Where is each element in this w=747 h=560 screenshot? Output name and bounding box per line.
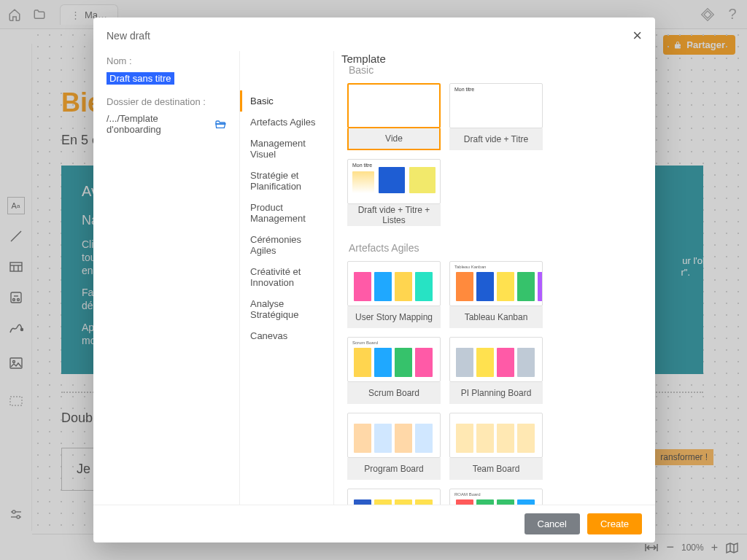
template-caption: Tableau Kanban	[449, 306, 543, 328]
template-caption: Vide	[347, 128, 441, 150]
template-thumbnail: ROAM Board	[449, 489, 543, 505]
name-label: Nom :	[107, 55, 226, 66]
create-button[interactable]: Create	[587, 513, 642, 534]
category-item[interactable]: Stratégie et Planification	[240, 165, 333, 197]
template-caption: User Story Mapping	[347, 306, 441, 328]
template-caption: Team Board	[449, 458, 543, 480]
template-caption: Draft vide + Titre	[449, 128, 543, 150]
template-heading: Template	[341, 52, 386, 65]
category-item[interactable]: Cérémonies Agiles	[240, 229, 333, 261]
template-card[interactable]: Portfolio Kanban	[347, 489, 441, 505]
template-card[interactable]: Scrum BoardScrum Board	[347, 337, 441, 404]
category-item[interactable]: Basic	[240, 90, 333, 112]
draft-name-input[interactable]: Draft sans titre	[107, 72, 174, 85]
template-thumbnail: Mon titre	[449, 83, 543, 128]
template-card[interactable]: Program Board	[347, 413, 441, 480]
modal-left-column: Nom : Draft sans titre Dossier de destin…	[93, 51, 239, 505]
template-thumbnail: Mon titre	[347, 159, 441, 204]
folder-open-icon[interactable]	[214, 119, 226, 129]
template-caption: PI Planning Board	[449, 382, 543, 404]
template-thumbnail	[449, 337, 543, 382]
template-card[interactable]: Mon titreDraft vide + Titre	[449, 83, 543, 150]
template-gallery[interactable]: BasicVideMon titreDraft vide + TitreMon …	[334, 51, 655, 505]
folder-path[interactable]: /.../Template d'onboarding	[107, 113, 210, 135]
category-item[interactable]: Product Management	[240, 197, 333, 229]
template-caption: Scrum Board	[347, 382, 441, 404]
template-card[interactable]: Mon titreDraft vide + Titre + Listes	[347, 159, 441, 226]
category-item[interactable]: Artefacts Agiles	[240, 112, 333, 133]
template-thumbnail	[347, 489, 441, 505]
new-draft-modal: New draft × Template Nom : Draft sans ti…	[93, 18, 655, 542]
template-thumbnail	[347, 261, 441, 306]
modal-title: New draft	[107, 30, 150, 42]
category-item[interactable]: Management Visuel	[240, 133, 333, 165]
template-card[interactable]: PI Planning Board	[449, 337, 543, 404]
template-card[interactable]: Vide	[347, 83, 441, 150]
template-card[interactable]: User Story Mapping	[347, 261, 441, 328]
template-thumbnail	[347, 413, 441, 458]
modal-body: Nom : Draft sans titre Dossier de destin…	[93, 51, 655, 505]
cancel-button[interactable]: Cancel	[525, 513, 580, 534]
category-item[interactable]: Analyse Stratégique	[240, 293, 333, 325]
template-thumbnail	[449, 413, 543, 458]
template-card[interactable]: Team Board	[449, 413, 543, 480]
template-card[interactable]: ROAM BoardROAM Board	[449, 489, 543, 505]
category-item[interactable]: Canevas	[240, 325, 333, 346]
category-column: BasicArtefacts AgilesManagement VisuelSt…	[239, 51, 334, 505]
template-caption: Program Board	[347, 458, 441, 480]
close-icon[interactable]: ×	[632, 28, 642, 44]
folder-label: Dossier de destination :	[107, 96, 226, 107]
modal-header: New draft ×	[93, 18, 655, 51]
template-card[interactable]: Tableau KanbanTableau Kanban	[449, 261, 543, 328]
template-thumbnail: Tableau Kanban	[449, 261, 543, 306]
template-group-label: Artefacts Agiles	[349, 242, 638, 254]
category-list: BasicArtefacts AgilesManagement VisuelSt…	[240, 90, 333, 346]
category-item[interactable]: Créativité et Innovation	[240, 261, 333, 293]
template-group-label: Basic	[349, 64, 638, 76]
template-caption: Draft vide + Titre + Listes	[347, 204, 441, 226]
template-thumbnail	[347, 83, 441, 128]
modal-footer: Cancel Create	[93, 505, 655, 542]
template-thumbnail: Scrum Board	[347, 337, 441, 382]
